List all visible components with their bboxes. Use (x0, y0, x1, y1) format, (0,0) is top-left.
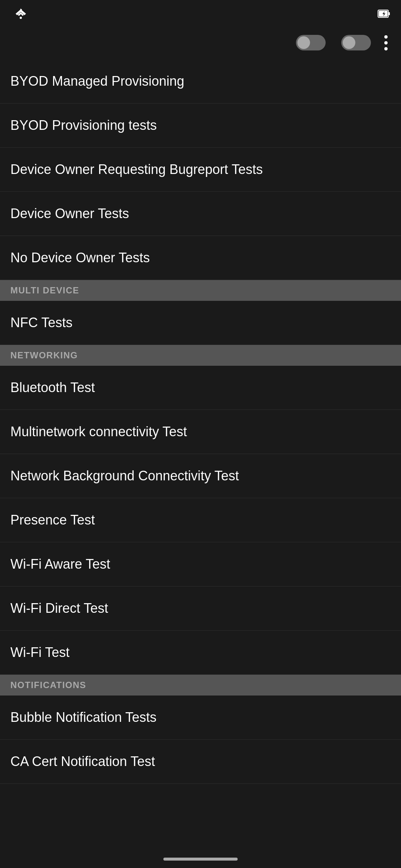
list-item-text: Wi-Fi Direct Test (10, 601, 108, 616)
list-item[interactable]: Presence Test (0, 498, 401, 542)
toolbar (0, 26, 401, 59)
list-item-text: Multinetwork connectivity Test (10, 424, 187, 440)
system-toggle[interactable] (341, 35, 371, 50)
more-menu-button[interactable] (381, 32, 391, 53)
list-item-text: Network Background Connectivity Test (10, 468, 239, 484)
list-item[interactable]: No Device Owner Tests (0, 236, 401, 280)
wifi-icon (14, 7, 27, 20)
list-item-text: NFC Tests (10, 315, 72, 331)
list-item[interactable]: Device Owner Tests (0, 192, 401, 236)
svg-point-2 (20, 17, 22, 19)
list-item[interactable]: Bubble Notification Tests (0, 696, 401, 740)
list-item-text: Bubble Notification Tests (10, 710, 157, 725)
test-list: BYOD Managed ProvisioningBYOD Provisioni… (0, 59, 401, 784)
section-header-networking: NETWORKING (0, 345, 401, 366)
list-item-text: No Device Owner Tests (10, 250, 150, 266)
section-header-text: NOTIFICATIONS (10, 680, 86, 690)
list-item[interactable]: Wi-Fi Aware Test (0, 542, 401, 586)
list-item-text: Wi-Fi Aware Test (10, 556, 110, 572)
more-dot-1 (384, 35, 388, 39)
list-item-text: Device Owner Tests (10, 206, 129, 221)
section-header-text: MULTI DEVICE (10, 285, 79, 296)
list-item-text: Presence Test (10, 512, 95, 528)
list-item[interactable]: BYOD Provisioning tests (0, 103, 401, 148)
status-bar-right (377, 7, 391, 20)
list-item[interactable]: Device Owner Requesting Bugreport Tests (0, 148, 401, 192)
status-bar-left (10, 7, 27, 20)
list-item[interactable]: Bluetooth Test (0, 366, 401, 410)
list-item-text: BYOD Managed Provisioning (10, 73, 184, 89)
list-item-text: Bluetooth Test (10, 380, 95, 395)
section-header-notifications: NOTIFICATIONS (0, 675, 401, 696)
toolbar-controls (291, 32, 391, 53)
list-item[interactable]: NFC Tests (0, 301, 401, 345)
section-header-multi-device: MULTI DEVICE (0, 280, 401, 301)
home-indicator (163, 858, 238, 861)
battery-charging-icon (377, 7, 391, 20)
list-item-text: CA Cert Notification Test (10, 754, 155, 769)
svg-rect-5 (388, 12, 390, 15)
list-item[interactable]: Wi-Fi Test (0, 631, 401, 675)
more-dot-3 (384, 47, 388, 50)
list-item-text: Wi-Fi Test (10, 645, 69, 660)
folded-toggle-knob (297, 36, 310, 49)
status-bar (0, 0, 401, 26)
system-toggle-knob (343, 36, 355, 49)
list-item-text: BYOD Provisioning tests (10, 118, 157, 133)
list-item[interactable]: Wi-Fi Direct Test (0, 586, 401, 631)
list-item[interactable]: Network Background Connectivity Test (0, 454, 401, 498)
system-toggle-group (336, 35, 371, 50)
section-header-text: NETWORKING (10, 350, 78, 361)
list-item-text: Device Owner Requesting Bugreport Tests (10, 162, 263, 177)
folded-toggle-group (291, 35, 326, 50)
list-item[interactable]: Multinetwork connectivity Test (0, 410, 401, 454)
more-dot-2 (384, 41, 388, 45)
list-item[interactable]: BYOD Managed Provisioning (0, 59, 401, 103)
list-item[interactable]: CA Cert Notification Test (0, 740, 401, 784)
folded-toggle[interactable] (296, 35, 326, 50)
